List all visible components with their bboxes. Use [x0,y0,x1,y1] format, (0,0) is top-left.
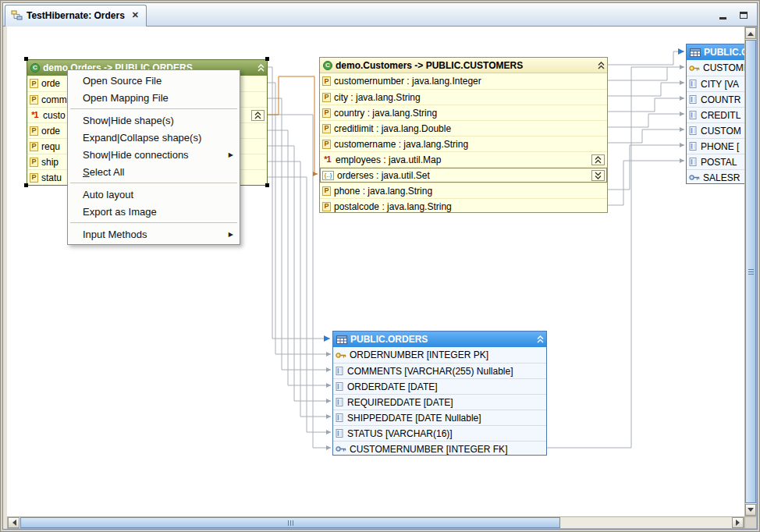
column-icon [689,111,698,119]
table-title: PUBLIC.C [704,47,744,58]
scroll-down-icon[interactable] [745,504,756,516]
property-icon [322,186,331,196]
menu-item-export-as-image[interactable]: Export as Image [69,203,239,220]
selection-handle[interactable] [265,183,269,187]
expand-chevron-icon[interactable] [591,170,605,181]
property-icon [30,79,38,88]
property-icon [322,202,331,211]
field-row[interactable]: country : java.lang.String [320,105,607,120]
field-label: employees : java.util.Map [336,154,441,165]
menu-item-open-mapping-file[interactable]: Open Mapping File [69,89,239,106]
property-icon [30,173,38,183]
scroll-left-icon[interactable] [8,517,20,528]
column-row[interactable]: SHIPPEDDATE [DATE Nullable] [333,410,546,425]
column-row[interactable]: ORDERDATE [DATE] [333,378,546,394]
field-row[interactable]: postalcode : java.lang.String [320,198,607,214]
column-icon [336,429,344,438]
field-row[interactable]: creditlimit : java.lang.Double [320,120,607,136]
field-row-employees[interactable]: employees : java.util.Map [320,151,607,167]
menu-item-select-all[interactable]: Select All [69,163,239,180]
column-label: CREDITL [701,110,740,121]
column-row[interactable]: COUNTR [687,91,744,107]
expand-chevron-icon[interactable] [251,110,265,121]
field-label: custo [43,110,66,121]
menu-item-input-methods[interactable]: Input Methods▶ [69,225,239,243]
selection-handle[interactable] [24,183,28,187]
column-row[interactable]: CUSTOME [687,60,744,76]
column-label: SALESR [703,172,740,183]
close-icon[interactable]: ✕ [132,10,139,20]
field-label: comm [41,94,67,105]
column-label: REQUIREDDATE [DATE] [347,397,453,408]
column-label: COMMENTS [VARCHAR(255) Nullable] [347,366,513,377]
menu-separator [70,183,237,183]
column-icon [689,142,698,151]
property-icon [322,108,331,118]
column-row[interactable]: REQUIREDDATE [DATE] [333,394,546,410]
diagram-canvas[interactable]: demo.Orders -> PUBLIC.ORDERS orde comm c… [7,27,744,516]
column-row[interactable]: POSTAL [687,154,744,169]
collapse-chevron-icon[interactable] [257,64,265,72]
menu-item-show-hide-shapes[interactable]: Show|Hide shape(s) [69,112,239,129]
maximize-icon[interactable] [736,9,751,22]
collapse-chevron-icon[interactable] [591,154,605,165]
column-row[interactable]: STATUS [VARCHAR(16)] [333,425,546,441]
selection-handle[interactable] [24,57,28,61]
column-row[interactable]: COMMENTS [VARCHAR(255) Nullable] [333,363,546,378]
table-public-customers-header[interactable]: PUBLIC.C [687,44,744,60]
field-label: ship [41,157,59,168]
column-icon [689,158,698,166]
column-row[interactable]: CUSTOMERNUMBER [INTEGER FK] [333,441,546,456]
table-public-customers[interactable]: PUBLIC.C CUSTOME CITY [VA [686,44,744,184]
menu-item-open-source-file[interactable]: Open Source File [69,72,239,89]
editor-view: TestHibernate: Orders ✕ [0,0,760,532]
selection-handle[interactable] [265,57,269,61]
view-tabbar: TestHibernate: Orders ✕ [3,3,757,27]
menu-item-show-hide-connections[interactable]: Show|Hide connections▶ [69,146,239,163]
vertical-scrollbar-thumb[interactable] [745,40,756,503]
column-icon [689,95,698,104]
column-row[interactable]: PHONE [ [687,138,744,154]
menu-item-expand-collapse-shapes[interactable]: Expand|Collapse shape(s) [69,129,239,146]
field-row[interactable]: customernumber : java.lang.Integer [320,73,607,89]
class-icon [323,61,332,70]
property-icon [322,76,331,86]
column-icon [336,367,344,375]
submenu-arrow-icon: ▶ [229,151,233,158]
field-row[interactable]: customername : java.lang.String [320,136,607,151]
column-label: PHONE [ [701,141,739,152]
menu-separator [70,108,237,109]
set-icon [322,171,334,180]
tab-testhibernate-orders[interactable]: TestHibernate: Orders ✕ [5,5,147,27]
horizontal-scrollbar-thumb[interactable] [20,517,560,528]
table-public-orders[interactable]: PUBLIC.ORDERS ORDERNUMBER [INTEGER PK] C [332,331,547,456]
menu-item-auto-layout[interactable]: Auto layout [69,186,239,203]
minimize-icon[interactable] [716,9,730,22]
table-icon [336,335,347,344]
horizontal-scrollbar[interactable] [7,516,744,529]
vertical-scrollbar[interactable] [744,27,757,516]
entity-demo-customers[interactable]: demo.Customers -> PUBLIC.CUSTOMERS custo… [319,57,608,213]
field-row[interactable]: city : java.lang.String [320,89,607,105]
submenu-arrow-icon: ▶ [229,231,233,238]
property-icon [30,142,38,151]
field-row[interactable]: phone : java.lang.String [320,183,607,198]
entity-demo-customers-header[interactable]: demo.Customers -> PUBLIC.CUSTOMERS [320,58,607,73]
property-icon [30,126,38,136]
column-row[interactable]: ORDERNUMBER [INTEGER PK] [333,347,546,363]
collapse-chevron-icon[interactable] [537,335,544,343]
collapse-chevron-icon[interactable] [598,62,605,69]
table-public-orders-header[interactable]: PUBLIC.ORDERS [333,332,546,347]
column-row[interactable]: SALESR [687,169,744,185]
column-row[interactable]: CREDITL [687,107,744,122]
scroll-up-icon[interactable] [745,27,756,39]
column-icon [336,382,344,391]
class-icon [30,63,40,73]
field-row-orderses[interactable]: orderses : java.util.Set [320,167,607,183]
field-label: creditlimit : java.lang.Double [334,123,451,134]
diagram-icon [11,9,23,21]
scroll-right-icon[interactable] [732,517,744,528]
column-row[interactable]: CUSTOM [687,122,744,138]
column-row[interactable]: CITY [VA [687,76,744,91]
table-icon [690,48,701,57]
